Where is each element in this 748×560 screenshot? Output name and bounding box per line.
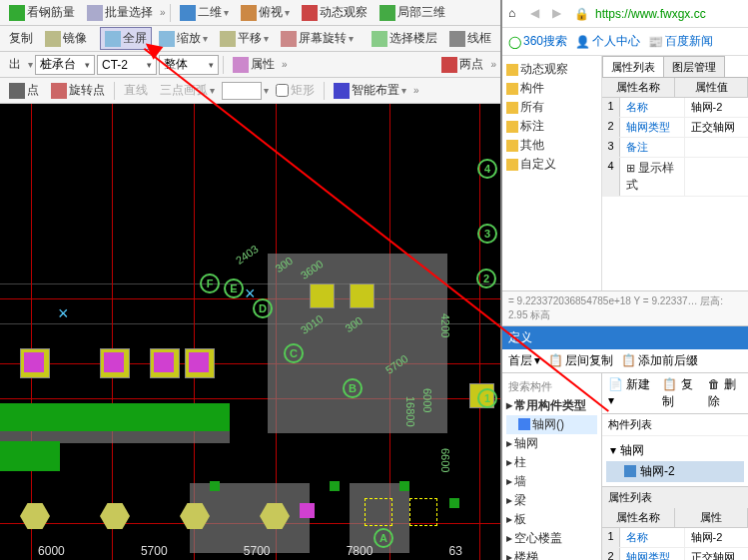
line-label: 直线 [124, 82, 148, 99]
tree-item[interactable]: ▸ 梁 [506, 491, 597, 510]
tree-item[interactable]: 构件 [506, 79, 597, 98]
forward-icon[interactable]: ▶ [552, 6, 568, 22]
tree-item[interactable]: ▸ 楼梯 [506, 548, 597, 561]
dim-label: 6000 [421, 388, 433, 412]
wireframe-button[interactable]: 线框 [444, 27, 496, 50]
toolbar-more-1[interactable]: » [160, 7, 166, 18]
ct-dropdown[interactable]: CT-2▾ [97, 55, 157, 75]
batch-select-button[interactable]: 批量选择 [82, 1, 158, 24]
component-item[interactable]: ▾ 轴网 [606, 440, 744, 461]
toolbar-row-2: 复制 镜像 全屏 缩放▾ 平移▾ 屏幕旋转▾ 选择楼层 线框 [0, 26, 500, 52]
rect-checkbox[interactable] [276, 84, 289, 97]
line-button[interactable]: 直线 [119, 79, 153, 102]
arc3-label: 三点画弧 [160, 82, 208, 99]
component-category-tree: 搜索构件 ▸ 常用构件类型 轴网() ▸ 轴网 ▸ 柱 ▸ 墙 ▸ 梁 ▸ 板 … [502, 373, 602, 561]
zoom-label: 缩放 [177, 30, 201, 47]
prop-row[interactable]: 1名称轴网-2 [602, 528, 748, 548]
tree-item[interactable]: 其他 [506, 136, 597, 155]
axis-bubble-1: 1 [477, 388, 497, 408]
axis-bubble-e: E [224, 279, 244, 298]
user-center-link[interactable]: 👤个人中心 [575, 33, 640, 50]
dim-label: 4200 [439, 313, 451, 337]
axis-bubble-3: 3 [477, 224, 497, 244]
color-picker[interactable] [222, 82, 262, 100]
mirror-button[interactable]: 镜像 [40, 27, 92, 50]
tree-item[interactable]: 自定义 [506, 155, 597, 174]
url-text[interactable]: https://www.fwxgx.cc [595, 7, 706, 21]
rebar-button[interactable]: 看钢筋量 [4, 1, 80, 24]
rect-label: 矩形 [291, 82, 315, 99]
between-floor-button[interactable]: 📋 层间复制 [548, 352, 613, 369]
axis-bubble-c: C [284, 343, 304, 363]
prop-row[interactable]: 2轴网类型正交轴网 [602, 548, 748, 561]
definition-panel: 定义 首层 ▾ 📋 层间复制 📋 添加前后缀 搜索构件 ▸ 常用构件类型 轴网(… [502, 326, 748, 561]
component-item-selected[interactable]: 轴网-2 [606, 461, 744, 482]
props-label: 属性 [251, 56, 275, 73]
local3d-button[interactable]: 局部三维 [374, 1, 450, 24]
toolbar-more-3[interactable]: » [282, 59, 288, 70]
tree-header[interactable]: ▸ 常用构件类型 [506, 396, 597, 415]
batch-label: 批量选择 [105, 4, 153, 21]
copy-button[interactable]: 📋 复制 [662, 376, 698, 410]
prop-row[interactable]: 4⊞ 显示样式 [602, 158, 748, 197]
tab-layers[interactable]: 图层管理 [663, 56, 725, 77]
prop-row[interactable]: 3备注 [602, 138, 748, 158]
back-icon[interactable]: ◀ [530, 6, 546, 22]
definition-title: 定义 [502, 326, 748, 349]
tree-item[interactable]: ▸ 板 [506, 510, 597, 529]
tree-item[interactable]: 所有 [506, 98, 597, 117]
plan-view-button[interactable]: 俯视▾ [236, 1, 295, 24]
search-360-link[interactable]: ◯360搜索 [508, 33, 567, 50]
pile-dropdown[interactable]: 桩承台▾ [35, 55, 95, 75]
drawing-canvas[interactable]: × × A B C D E F 1 2 3 4 2403 300 3600 30… [0, 104, 500, 560]
point-button[interactable]: 点 [4, 79, 44, 102]
select-floor-button[interactable]: 选择楼层 [367, 27, 442, 50]
dynamic-view-button[interactable]: 动态观察 [297, 1, 373, 24]
whole-dropdown[interactable]: 整体▾ [159, 55, 219, 75]
prop-row[interactable]: 1名称轴网-2 [602, 98, 748, 118]
lock-icon: 🔒 [574, 7, 589, 21]
tree-item[interactable]: ▸ 墙 [506, 472, 597, 491]
tree-item[interactable]: 动态观察 [506, 60, 597, 79]
axis-bubble-4: 4 [477, 159, 497, 179]
rotate-point-button[interactable]: 旋转点 [46, 79, 110, 102]
home-icon[interactable]: ⌂ [508, 6, 524, 22]
grid-marker: × [245, 283, 256, 304]
screen-rotate-button[interactable]: 屏幕旋转▾ [276, 27, 359, 50]
new-button[interactable]: 📄 新建 ▾ [608, 376, 652, 410]
export-button[interactable]: 出 [4, 53, 26, 76]
twopoint-label: 两点 [459, 56, 483, 73]
wireframe-label: 线框 [467, 30, 491, 47]
copy-button[interactable]: 复制 [4, 27, 38, 50]
view2d-button[interactable]: 二维▾ [175, 1, 234, 24]
smart-layout-button[interactable]: 智能布置▾ [329, 79, 411, 102]
screenrot-label: 屏幕旋转 [299, 30, 347, 47]
two-point-button[interactable]: 两点 [436, 53, 488, 76]
properties-button[interactable]: 属性 [228, 53, 280, 76]
properties-area: 属性列表 图层管理 属性名称属性值 1名称轴网-2 2轴网类型正交轴网 3备注 … [602, 56, 748, 290]
rect-button[interactable]: 矩形 [271, 79, 320, 102]
status-bar: = 9.223372036854785e+18 Y = 9.22337… 层高:… [502, 290, 748, 326]
delete-button[interactable]: 🗑 删除 [708, 376, 742, 410]
toolbar-more-4[interactable]: » [413, 85, 419, 96]
prop-row[interactable]: 2轴网类型正交轴网 [602, 118, 748, 138]
tree-item[interactable]: ▸ 柱 [506, 453, 597, 472]
dim-label: 16800 [404, 396, 416, 427]
smart-label: 智能布置 [352, 82, 399, 99]
dim-label: 2403 [234, 243, 261, 267]
tree-item[interactable]: ▸ 轴网 [506, 434, 597, 453]
component-list: ▾ 轴网 轴网-2 [602, 436, 748, 486]
ruler-labels: 600057005700780063 [0, 544, 500, 558]
tree-item[interactable]: 标注 [506, 117, 597, 136]
axis-bubble-f: F [200, 274, 220, 293]
tab-properties[interactable]: 属性列表 [602, 56, 664, 77]
selfloor-label: 选择楼层 [389, 30, 437, 47]
tree-axis[interactable]: 轴网() [506, 415, 597, 434]
pan-button[interactable]: 平移▾ [215, 27, 274, 50]
baidu-news-link[interactable]: 📰百度新闻 [648, 33, 713, 50]
local3d-label: 局部三维 [397, 4, 445, 21]
tree-item[interactable]: ▸ 空心楼盖 [506, 529, 597, 548]
rebar-label: 看钢筋量 [27, 4, 75, 21]
save-current-button[interactable]: 📋 添加前后缀 [621, 352, 698, 369]
bottom-properties: 属性列表 属性名称属性 1名称轴网-2 2轴网类型正交轴网 [602, 486, 748, 561]
